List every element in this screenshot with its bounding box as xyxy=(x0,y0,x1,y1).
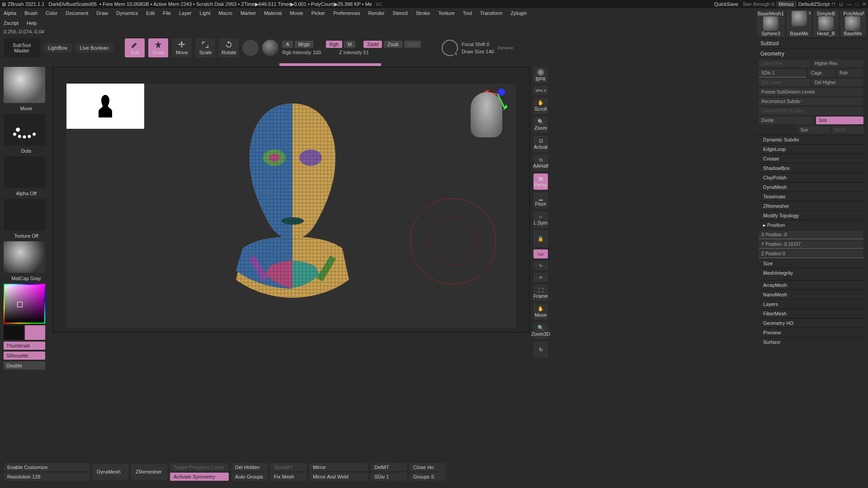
minimize-icon[interactable]: — xyxy=(847,1,852,7)
menu-layer[interactable]: Layer xyxy=(179,10,192,16)
edit-mode-button[interactable]: Edit xyxy=(125,38,145,57)
menu-marker[interactable]: Marker xyxy=(241,10,256,16)
menu-texture[interactable]: Texture xyxy=(438,10,454,16)
menus-toggle[interactable]: Menus xyxy=(776,1,797,7)
dynamic-label[interactable]: Dynamic xyxy=(498,46,514,50)
del-hidden-button[interactable]: Del Hidden xyxy=(231,463,268,471)
nanomesh-header[interactable]: NanoMesh xyxy=(756,290,866,299)
zoom-button[interactable]: 🔍Zoom xyxy=(533,117,548,133)
arraymesh-header[interactable]: ArrayMesh xyxy=(756,280,866,290)
lock-button[interactable]: 🔒 xyxy=(533,230,548,247)
reconstruct-button[interactable]: Reconstruct Subdiv xyxy=(759,98,863,105)
subtool-header[interactable]: Subtool xyxy=(756,38,866,48)
close-icon[interactable]: ✕ xyxy=(862,1,866,7)
dynamesh-header[interactable]: DynaMesh xyxy=(756,182,866,192)
menu-edit[interactable]: Edit xyxy=(146,10,155,16)
rot-z-button[interactable]: ⟳ xyxy=(533,273,548,282)
divide-button[interactable]: Divide xyxy=(759,117,814,124)
target-polygons-button[interactable]: Target Polygons Count xyxy=(170,463,229,471)
rgb-button[interactable]: Rgb xyxy=(326,41,342,48)
lightbox-button[interactable]: LightBox xyxy=(43,43,72,52)
menu-picker[interactable]: Picker xyxy=(311,10,326,16)
menu-document[interactable]: Document xyxy=(66,10,88,16)
higher-res-button[interactable]: Higher Res xyxy=(812,60,863,67)
menu-material[interactable]: Material xyxy=(264,10,282,16)
smt-button[interactable]: Smt xyxy=(816,117,863,124)
dock2-icon[interactable]: ⊔ xyxy=(839,1,843,7)
menu-preferences[interactable]: Preferences xyxy=(333,10,360,16)
menu-tool[interactable]: Tool xyxy=(463,10,472,16)
brush-size-icon[interactable]: S xyxy=(442,40,458,56)
y-position-slider[interactable]: Y Position -0.10157 xyxy=(759,240,863,248)
resolution-slider[interactable]: Resolution 128 xyxy=(4,473,90,481)
move-mode-button[interactable]: Move xyxy=(172,38,192,57)
mrgb-button[interactable]: Mrgb xyxy=(295,41,313,48)
zadd-button[interactable]: Zadd xyxy=(363,41,382,48)
rgb-intensity-slider[interactable]: Rgb Intensity 100 xyxy=(282,50,321,55)
activate-symmetry-button[interactable]: Activate Symmetry xyxy=(170,473,229,481)
maximize-icon[interactable]: □ xyxy=(855,1,859,7)
tessimate-header[interactable]: Tessimate xyxy=(756,192,866,201)
silhouette-toggle[interactable]: Silhouette xyxy=(4,352,45,360)
crease-header[interactable]: Crease xyxy=(756,154,866,163)
menu-stroke[interactable]: Stroke xyxy=(416,10,430,16)
actual-button[interactable]: ⊡Actual xyxy=(533,136,548,152)
floor-button[interactable]: ▁Floor xyxy=(533,192,548,209)
geometry-header[interactable]: Geometry xyxy=(756,48,866,59)
menu-dynamics[interactable]: Dynamics xyxy=(116,10,138,16)
fix-mesh-button[interactable]: Fix Mesh xyxy=(270,473,307,481)
menu-brush[interactable]: Brush xyxy=(24,10,38,16)
menu-stencil[interactable]: Stencil xyxy=(393,10,408,16)
dynamic-subdiv-header[interactable]: Dynamic Subdiv xyxy=(756,135,866,144)
enable-customize-button[interactable]: Enable Customize xyxy=(4,463,90,471)
brush-preview[interactable] xyxy=(4,67,45,103)
subtool-master-button[interactable]: SubTool Master xyxy=(4,38,40,57)
mirror-and-weld-button[interactable]: Mirror And Weld xyxy=(309,473,368,481)
a-button[interactable]: A xyxy=(282,41,292,48)
stroke-preview[interactable] xyxy=(4,114,45,145)
rotate3d-button[interactable]: ↻ xyxy=(533,342,548,358)
surface-header[interactable]: Surface xyxy=(756,337,866,347)
menu-macro[interactable]: Macro xyxy=(218,10,232,16)
rstr-button[interactable]: Rstr xyxy=(837,69,863,77)
tool-slot-2[interactable]: 3BaseMe xyxy=(787,10,811,37)
zoom3d-button[interactable]: 🔍Zoom3D xyxy=(533,323,548,339)
dock-icon[interactable]: ⊓ xyxy=(831,1,835,7)
scale-mode-button[interactable]: Scale xyxy=(195,38,215,57)
tool-slot-1[interactable]: BaseMesh1Sphere3 xyxy=(757,10,785,37)
tool-slot-3[interactable]: SimpleBHead_B xyxy=(813,10,838,37)
z-intensity-slider[interactable]: Z Intensity 51 xyxy=(339,50,369,55)
edgeloop-header[interactable]: EdgeLoop xyxy=(756,144,866,154)
menu-draw[interactable]: Draw xyxy=(96,10,108,16)
aahalf-button[interactable]: ½AAHalf xyxy=(533,155,548,171)
size-header[interactable]: Size xyxy=(756,258,866,268)
texture-preview[interactable] xyxy=(4,199,45,230)
focal-shift-slider[interactable]: Focal Shift 0 xyxy=(462,42,494,47)
store-mt-button[interactable]: StoreMT xyxy=(270,463,307,471)
xyz-button[interactable]: Xyz xyxy=(533,249,548,258)
swatch-primary[interactable] xyxy=(25,325,45,340)
lower-res-button[interactable]: Lower Res xyxy=(759,60,810,67)
viewport[interactable] xyxy=(52,67,530,333)
geometry-hd-header[interactable]: Geometry HD xyxy=(756,318,866,328)
freeze-subdiv-button[interactable]: Freeze SubDivision Levels xyxy=(759,88,863,96)
sdiv-shelf-slider[interactable]: SDiv 1 xyxy=(371,473,407,481)
mirror-button[interactable]: Mirror xyxy=(309,463,368,471)
seethrough-slider[interactable]: See-through 0 xyxy=(743,1,774,7)
rot-y-button[interactable]: ↻ xyxy=(533,261,548,270)
menu-alpha[interactable]: Alpha xyxy=(4,10,16,16)
alpha-preview[interactable] xyxy=(4,156,45,188)
menu-zscript[interactable]: Zscript xyxy=(4,20,19,26)
zsub-button[interactable]: Zsub xyxy=(384,41,402,48)
frame-button[interactable]: ⛶Frame xyxy=(533,285,548,301)
move3d-button[interactable]: ✋Move xyxy=(533,304,548,320)
zremesher-header[interactable]: ZRemesher xyxy=(756,201,866,211)
layers-header[interactable]: Layers xyxy=(756,299,866,309)
menu-movie[interactable]: Movie xyxy=(290,10,303,16)
default-zscript[interactable]: DefaultZScript xyxy=(798,1,830,7)
convert-bpr-button[interactable]: Convert BPR To Geo xyxy=(759,107,863,115)
m-button[interactable]: M xyxy=(344,41,355,48)
position-header[interactable]: ▸ Position xyxy=(756,220,866,230)
auto-groups-button[interactable]: Auto Groups xyxy=(231,473,268,481)
zremesher-shelf-button[interactable]: ZRemesher xyxy=(131,464,167,480)
